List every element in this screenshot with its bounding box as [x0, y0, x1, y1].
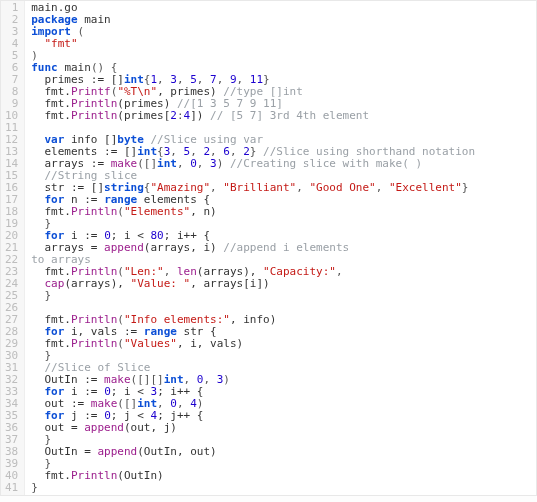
- token-op: ,: [197, 157, 210, 170]
- code-line: arrays = append(arrays, i) //append i el…: [31, 242, 536, 254]
- token-op: }: [31, 481, 38, 494]
- code-line: fmt.Println("Elements", n): [31, 206, 536, 218]
- token-op: :: [177, 109, 184, 122]
- token-op: }: [462, 181, 469, 194]
- token-num: 2: [170, 109, 177, 122]
- code-line: fmt.Println(primes[2:4]) // [5 7] 3rd 4t…: [31, 110, 536, 122]
- token-func: append: [84, 421, 124, 434]
- token-cmt: //append i elements: [223, 241, 349, 254]
- token-op: ,: [376, 181, 389, 194]
- token-str: "Elements": [124, 205, 190, 218]
- token-ident: , arrays[i]): [190, 277, 269, 290]
- token-cmt: // [5 7] 3rd 4th element: [210, 109, 369, 122]
- token-str: "Values": [124, 337, 177, 350]
- token-func: Println: [71, 337, 117, 350]
- line-number-gutter: 1234567891011121314151617181920212223242…: [1, 1, 25, 495]
- token-op: ([]: [137, 157, 157, 170]
- token-func: Println: [71, 469, 117, 482]
- token-cmt: //Creating slice with make( ): [230, 157, 422, 170]
- code-area: main.gopackage mainimport ( "fmt")func m…: [25, 1, 536, 495]
- code-line: package main: [31, 14, 536, 26]
- token-ident: , i, vals): [177, 337, 243, 350]
- token-str: "Excellent": [389, 181, 462, 194]
- token-func: append: [104, 241, 144, 254]
- token-ident: , info): [230, 313, 276, 326]
- token-ident: , n): [190, 205, 217, 218]
- token-op: ,: [336, 265, 343, 278]
- code-line: }: [31, 482, 536, 494]
- token-num: 0: [190, 157, 197, 170]
- line-number: 41: [5, 482, 18, 494]
- code-line: "fmt": [31, 38, 536, 50]
- token-type: int: [157, 157, 177, 170]
- token-op: ,: [177, 157, 190, 170]
- token-func: Println: [71, 109, 117, 122]
- token-func: Println: [71, 205, 117, 218]
- token-str: "Value: ": [131, 277, 191, 290]
- code-line: fmt.Println("Values", i, vals): [31, 338, 536, 350]
- token-op: ,: [296, 181, 309, 194]
- code-line: out = append(out, j): [31, 422, 536, 434]
- code-line: OutIn = append(OutIn, out): [31, 446, 536, 458]
- token-op: ,: [203, 373, 216, 386]
- token-op: ,: [210, 181, 223, 194]
- token-op: (: [117, 205, 124, 218]
- token-ident: (primes[: [117, 109, 170, 122]
- token-ident: (out, j): [124, 421, 177, 434]
- code-line: }: [31, 290, 536, 302]
- token-str: "Brilliant": [223, 181, 296, 194]
- code-editor: 1234567891011121314151617181920212223242…: [0, 0, 537, 496]
- token-op: (: [117, 337, 124, 350]
- code-line: fmt.Println(OutIn): [31, 470, 536, 482]
- token-str: "Capacity:": [263, 265, 336, 278]
- token-ident: ]): [190, 109, 210, 122]
- token-op: ): [217, 157, 230, 170]
- token-func: append: [97, 445, 137, 458]
- token-ident: (OutIn): [117, 469, 163, 482]
- token-op: ): [223, 373, 230, 386]
- code-line: cap(arrays), "Value: ", arrays[i]): [31, 278, 536, 290]
- token-str: "Good One": [309, 181, 375, 194]
- token-ident: (OutIn, out): [137, 445, 216, 458]
- token-num: 3: [210, 157, 217, 170]
- token-ident: (arrays),: [64, 277, 130, 290]
- token-str: "fmt": [45, 37, 78, 50]
- code-line: import (: [31, 26, 536, 38]
- token-ident: (arrays, i): [144, 241, 223, 254]
